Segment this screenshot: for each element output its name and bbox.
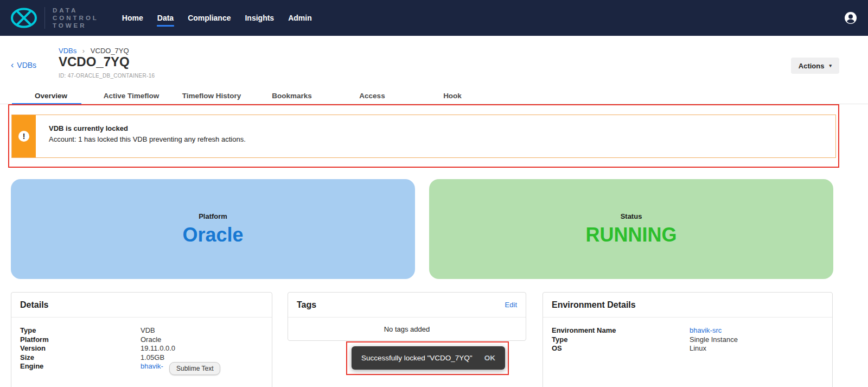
details-panel: Details Type VDB Platform Oracle Version… — [11, 292, 272, 387]
os-tooltip-sublime-text: Sublime Text — [169, 362, 220, 375]
details-panel-body: Type VDB Platform Oracle Version 19.11.0… — [11, 318, 272, 380]
toast-ok-button[interactable]: OK — [484, 354, 495, 362]
account-icon[interactable] — [844, 11, 857, 24]
detail-row-platform: Platform Oracle — [20, 335, 263, 345]
environment-panel: Environment Details Environment Name bha… — [542, 292, 833, 387]
success-toast: Successfully locked "VCDO_7YQ" OK — [352, 346, 505, 370]
locked-alert-banner: ! VDB is currently locked Account: 1 has… — [11, 115, 836, 158]
tab-hook[interactable]: Hook — [412, 88, 493, 104]
status-card-label: Status — [621, 212, 642, 220]
details-panel-header: Details — [11, 293, 272, 318]
env-row-type: Type Single Instance — [552, 335, 824, 345]
breadcrumb-vdbs-link[interactable]: VDBs — [59, 47, 76, 55]
tab-bar: Overview Active Timeflow Timeflow Histor… — [0, 88, 868, 104]
platform-card-value: Oracle — [182, 224, 243, 246]
page-id-subtitle: ID: 47-ORACLE_DB_CONTAINER-16 — [59, 73, 155, 79]
alert-body: VDB is currently locked Account: 1 has l… — [36, 115, 259, 157]
main-nav: Home Data Compliance Insights Admin — [115, 0, 319, 36]
environment-panel-header: Environment Details — [543, 293, 832, 318]
tab-overview[interactable]: Overview — [11, 88, 91, 104]
detail-row-engine: Engine bhavik- — [20, 362, 263, 371]
tags-empty-text: No tags added — [288, 318, 526, 340]
chevron-down-icon: ▾ — [829, 63, 832, 68]
toast-message: Successfully locked "VCDO_7YQ" — [361, 354, 473, 362]
nav-item-insights[interactable]: Insights — [238, 0, 281, 36]
status-card: Status RUNNING — [429, 179, 833, 279]
platform-card: Platform Oracle — [11, 179, 415, 279]
environment-panel-title: Environment Details — [552, 300, 636, 310]
top-nav: DATA CONTROL TOWER Home Data Compliance … — [0, 0, 868, 36]
env-row-name: Environment Name bhavik-src — [552, 326, 824, 335]
detail-row-type: Type VDB — [20, 326, 263, 335]
tags-panel-header: Tags Edit — [288, 293, 526, 318]
tags-edit-link[interactable]: Edit — [505, 301, 517, 309]
breadcrumb: VDBs › VCDO_7YQ — [59, 47, 129, 55]
brand-line-1: DATA — [53, 7, 99, 14]
breadcrumb-separator: › — [82, 47, 85, 55]
dct-logo-icon — [10, 7, 38, 29]
tab-bookmarks[interactable]: Bookmarks — [252, 88, 332, 104]
platform-card-label: Platform — [199, 212, 227, 220]
brand-divider — [44, 7, 45, 29]
back-link-vdbs[interactable]: ‹ VDBs — [11, 61, 36, 69]
tab-active-timeflow[interactable]: Active Timeflow — [91, 88, 171, 104]
nav-item-data[interactable]: Data — [150, 0, 181, 36]
details-panel-title: Details — [20, 300, 48, 310]
environment-name-link[interactable]: bhavik-src — [690, 326, 722, 335]
brand[interactable]: DATA CONTROL TOWER — [10, 7, 99, 29]
chevron-left-icon: ‹ — [11, 61, 14, 69]
tab-timeflow-history[interactable]: Timeflow History — [171, 88, 252, 104]
tab-access[interactable]: Access — [332, 88, 412, 104]
breadcrumb-current: VCDO_7YQ — [91, 47, 129, 55]
nav-item-admin[interactable]: Admin — [281, 0, 319, 36]
brand-text: DATA CONTROL TOWER — [53, 7, 99, 29]
env-row-os: OS Linux — [552, 344, 824, 353]
detail-row-version: Version 19.11.0.0.0 — [20, 344, 263, 353]
brand-line-2: CONTROL — [53, 14, 99, 22]
status-card-value: RUNNING — [586, 224, 677, 246]
alert-message: Account: 1 has locked this VDB preventin… — [49, 135, 246, 143]
tags-panel-title: Tags — [297, 300, 316, 310]
nav-item-compliance[interactable]: Compliance — [181, 0, 238, 36]
alert-title: VDB is currently locked — [49, 124, 246, 132]
alert-icon-block: ! — [12, 115, 36, 157]
detail-row-size: Size 1.05GB — [20, 353, 263, 363]
brand-line-3: TOWER — [53, 22, 99, 29]
actions-button-label: Actions — [799, 62, 825, 70]
tags-panel: Tags Edit No tags added — [288, 292, 526, 341]
nav-item-home[interactable]: Home — [115, 0, 150, 36]
page-title: VCDO_7YQ — [59, 54, 130, 69]
back-link-label: VDBs — [17, 61, 36, 69]
actions-button[interactable]: Actions ▾ — [791, 58, 839, 74]
environment-panel-body: Environment Name bhavik-src Type Single … — [543, 318, 832, 362]
page: DATA CONTROL TOWER Home Data Compliance … — [0, 0, 868, 387]
engine-link[interactable]: bhavik- — [141, 362, 163, 371]
warning-icon: ! — [18, 131, 29, 142]
